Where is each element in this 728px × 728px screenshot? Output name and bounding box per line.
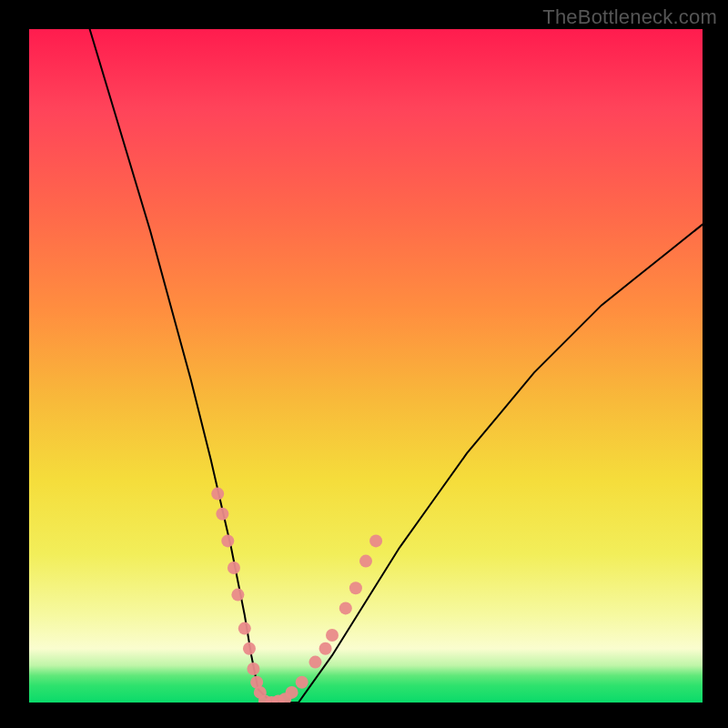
chart-data-point [326,629,339,642]
chart-data-point [216,508,228,521]
chart-data-point [211,488,224,500]
chart-data-point [228,561,240,574]
chart-plot-area [29,29,703,703]
chart-data-point [296,676,308,689]
chart-data-point [243,642,256,655]
chart-data-point [231,589,244,602]
watermark-text: TheBottleneck.com [542,5,717,29]
chart-curve [90,29,703,703]
chart-data-point [286,686,298,699]
chart-data-point [221,534,234,547]
chart-data-point [247,662,259,675]
chart-data-point [319,642,332,655]
chart-data-point [349,581,362,594]
chart-svg [29,29,703,703]
chart-data-point [369,534,382,547]
chart-data-point [339,602,352,614]
chart-data-point [238,622,251,635]
chart-data-point [359,555,372,568]
chart-data-point [309,656,322,669]
